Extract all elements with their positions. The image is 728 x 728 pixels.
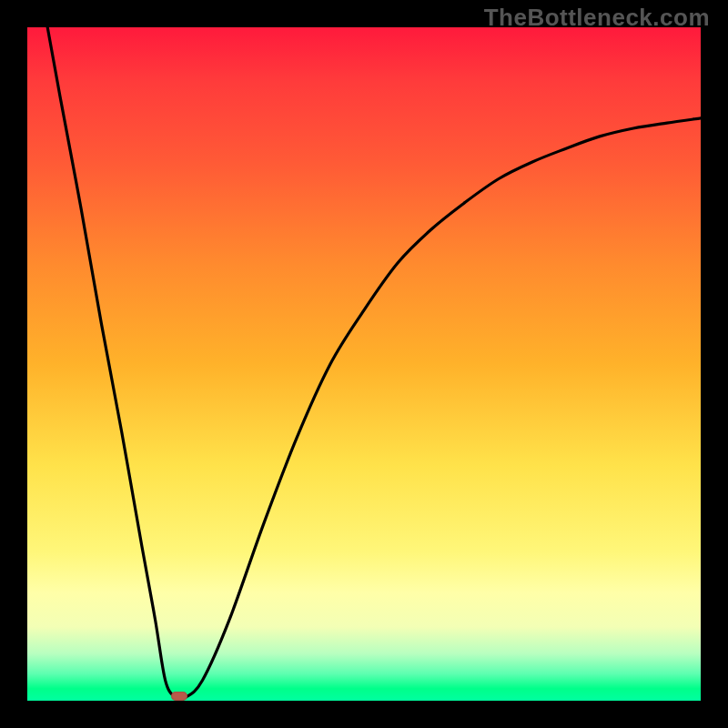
plot-area (27, 27, 701, 701)
minimum-marker (171, 692, 187, 701)
chart-frame: TheBottleneck.com (0, 0, 728, 728)
bottleneck-curve (27, 27, 701, 701)
watermark-text: TheBottleneck.com (484, 4, 710, 32)
